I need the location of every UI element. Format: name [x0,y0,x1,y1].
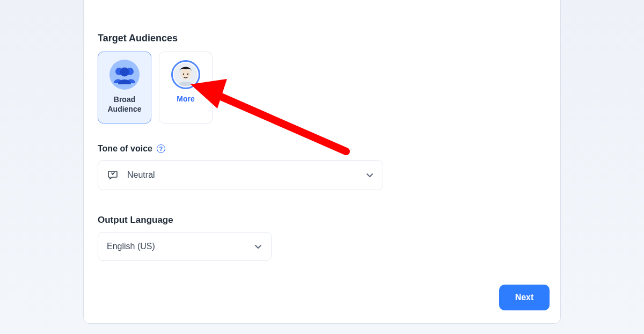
speech-bubble-icon [107,169,120,181]
tone-value: Neutral [127,170,358,180]
chevron-down-icon [254,242,262,251]
svg-point-2 [120,68,129,77]
svg-point-7 [187,74,188,75]
output-language-label: Output Language [98,215,546,226]
language-value: English (US) [107,242,246,251]
audience-group-icon [109,60,140,90]
audience-card-broad[interactable]: Broad Audience [98,52,151,124]
chevron-down-icon [365,171,374,179]
output-language-select[interactable]: English (US) [98,232,272,261]
avatar-icon [171,60,200,89]
form-card: Target Audiences Broad Audience [83,0,561,324]
next-button[interactable]: Next [499,285,550,310]
svg-point-6 [183,74,184,75]
tone-of-voice-select[interactable]: Neutral [98,160,383,190]
audience-card-row: Broad Audience [98,52,546,124]
target-audiences-title: Target Audiences [98,33,546,44]
tone-of-voice-label: Tone of voice [98,144,152,154]
audience-card-label: More [173,95,197,104]
page-background: Target Audiences Broad Audience [0,0,644,334]
audience-card-more[interactable]: More [159,52,213,124]
audience-card-label: Broad Audience [98,95,151,114]
help-icon[interactable]: ? [157,144,165,153]
tone-label-row: Tone of voice ? [98,144,546,154]
